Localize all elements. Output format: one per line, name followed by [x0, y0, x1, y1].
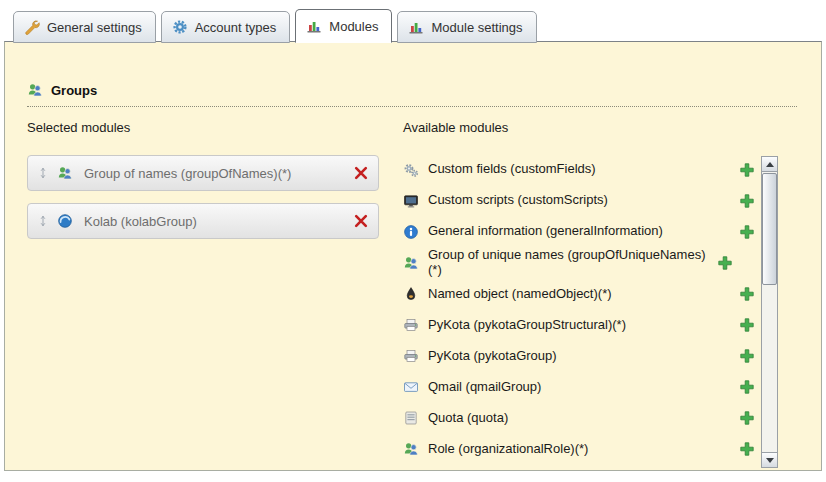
add-module-button[interactable] — [739, 317, 755, 333]
available-module-label: PyKota (pykotaGroupStructural)(*) — [428, 318, 730, 333]
role-icon — [403, 441, 419, 457]
lam-configuration-screen: General settings Account types Modules M… — [0, 0, 826, 482]
gear-icon — [172, 19, 188, 35]
drag-handle-icon[interactable] — [37, 215, 49, 227]
tab-modules[interactable]: Modules — [295, 9, 392, 43]
available-module-label: Role (organizationalRole)(*) — [428, 442, 730, 457]
selected-modules-column: Selected modules Group of names (groupOf… — [27, 120, 379, 239]
add-module-button[interactable] — [739, 224, 755, 240]
available-module-row: Role (organizationalRole)(*) — [403, 434, 755, 465]
add-plus-icon — [739, 193, 755, 209]
delete-x-icon — [353, 165, 369, 181]
group-icon — [403, 255, 419, 271]
available-module-label: Named object (namedObject)(*) — [428, 287, 730, 302]
available-module-row: General information (generalInformation) — [403, 216, 755, 247]
printer-icon — [403, 317, 419, 333]
add-module-button[interactable] — [739, 379, 755, 395]
named-object-icon — [403, 286, 419, 302]
available-modules-heading: Available modules — [403, 120, 755, 135]
add-module-button[interactable] — [739, 286, 755, 302]
down-triangle-icon — [766, 458, 774, 463]
remove-module-button[interactable] — [353, 165, 369, 181]
section-title: Groups — [51, 83, 97, 98]
tab-label: General settings — [47, 20, 142, 35]
available-module-row: PyKota (pykotaGroup) — [403, 341, 755, 372]
add-plus-icon — [739, 410, 755, 426]
add-plus-icon — [717, 255, 733, 271]
selected-module-label: Group of names (groupOfNames)(*) — [84, 166, 345, 181]
add-module-button[interactable] — [739, 193, 755, 209]
available-module-row: Quota (quota) — [403, 403, 755, 434]
custom-scripts-icon — [403, 193, 419, 209]
custom-fields-icon — [403, 162, 419, 178]
add-plus-icon — [739, 286, 755, 302]
add-module-button[interactable] — [717, 255, 733, 271]
chart-icon — [306, 18, 322, 34]
remove-module-button[interactable] — [353, 213, 369, 229]
content-panel: Groups Selected modules Group of names (… — [4, 41, 822, 471]
add-plus-icon — [739, 317, 755, 333]
add-module-button[interactable] — [739, 441, 755, 457]
scroll-up-arrow-icon[interactable] — [762, 157, 777, 172]
available-module-row: PyKota (pykotaGroupStructural)(*) — [403, 310, 755, 341]
add-plus-icon — [739, 379, 755, 395]
available-modules-list: Custom fields (customFields) Custom scri… — [403, 154, 755, 465]
section-header: Groups — [27, 82, 797, 107]
info-icon — [403, 224, 419, 240]
add-module-button[interactable] — [739, 162, 755, 178]
kolab-icon — [57, 213, 73, 229]
selected-module-row-groupofnames[interactable]: Group of names (groupOfNames)(*) — [27, 155, 379, 191]
available-module-row: Named object (namedObject)(*) — [403, 279, 755, 310]
printer-icon — [403, 348, 419, 364]
quota-icon — [403, 410, 419, 426]
available-module-label: Group of unique names (groupOfUniqueName… — [428, 248, 708, 278]
selected-modules-heading: Selected modules — [27, 120, 379, 135]
group-icon — [57, 165, 73, 181]
scroll-down-arrow-icon[interactable] — [762, 452, 777, 467]
available-module-label: PyKota (pykotaGroup) — [428, 349, 730, 364]
group-icon — [27, 82, 43, 98]
available-module-label: Qmail (qmailGroup) — [428, 380, 730, 395]
available-module-row: Group of unique names (groupOfUniqueName… — [403, 247, 755, 279]
tab-account-types[interactable]: Account types — [161, 11, 291, 43]
available-module-row: Custom scripts (customScripts) — [403, 185, 755, 216]
scrollbar-thumb[interactable] — [762, 173, 777, 285]
add-plus-icon — [739, 224, 755, 240]
available-module-label: General information (generalInformation) — [428, 224, 730, 239]
tab-bar: General settings Account types Modules M… — [13, 9, 537, 43]
tab-module-settings[interactable]: Module settings — [397, 11, 536, 43]
available-module-label: Quota (quota) — [428, 411, 730, 426]
delete-x-icon — [353, 213, 369, 229]
tab-general-settings[interactable]: General settings — [13, 11, 156, 43]
tab-label: Account types — [195, 20, 277, 35]
add-module-button[interactable] — [739, 410, 755, 426]
selected-module-row-kolab[interactable]: Kolab (kolabGroup) — [27, 203, 379, 239]
drag-handle-icon[interactable] — [37, 167, 49, 179]
available-module-row: Custom fields (customFields) — [403, 154, 755, 185]
add-plus-icon — [739, 441, 755, 457]
mail-icon — [403, 379, 419, 395]
up-triangle-icon — [766, 162, 774, 167]
wrench-icon — [24, 19, 40, 35]
add-plus-icon — [739, 162, 755, 178]
available-modules-column: Available modules Custom fields (customF… — [403, 120, 755, 465]
tab-label: Module settings — [431, 20, 522, 35]
chart-icon — [408, 19, 424, 35]
add-plus-icon — [739, 348, 755, 364]
add-module-button[interactable] — [739, 348, 755, 364]
tab-label: Modules — [329, 19, 378, 34]
selected-modules-list: Group of names (groupOfNames)(*) Kolab (… — [27, 155, 379, 239]
available-module-label: Custom scripts (customScripts) — [428, 193, 730, 208]
available-module-label: Custom fields (customFields) — [428, 162, 730, 177]
available-module-row: Qmail (qmailGroup) — [403, 372, 755, 403]
selected-module-label: Kolab (kolabGroup) — [84, 214, 345, 229]
available-modules-scrollbar[interactable] — [761, 156, 778, 468]
